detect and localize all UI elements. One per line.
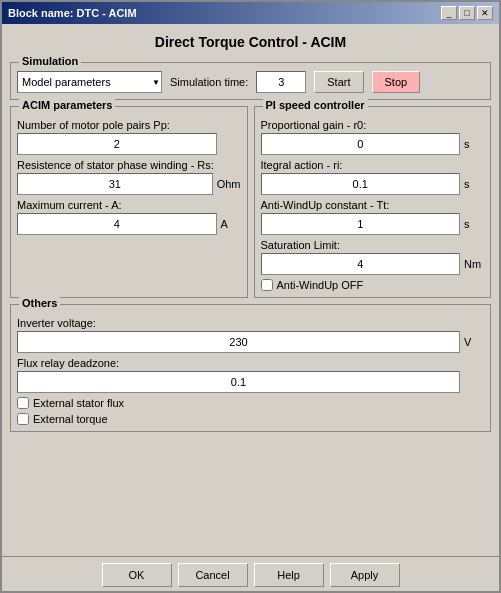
pi-field-input-3[interactable] bbox=[261, 253, 461, 275]
acim-field-input-2[interactable] bbox=[17, 213, 217, 235]
acim-field-unit-1: Ohm bbox=[217, 178, 241, 190]
pi-field-unit-1: s bbox=[464, 178, 484, 190]
page-title: Direct Torque Control - ACIM bbox=[10, 30, 491, 56]
simulation-group-label: Simulation bbox=[19, 55, 81, 67]
anti-windup-row: Anti-WindUp OFF bbox=[261, 279, 485, 291]
bottom-buttons: OK Cancel Help Apply bbox=[2, 556, 499, 591]
help-button[interactable]: Help bbox=[254, 563, 324, 587]
cancel-button[interactable]: Cancel bbox=[178, 563, 248, 587]
anti-windup-label: Anti-WindUp OFF bbox=[277, 279, 364, 291]
window-content: Direct Torque Control - ACIM Simulation … bbox=[2, 24, 499, 556]
others-content: Inverter voltage: V Flux relay deadzone:… bbox=[17, 309, 484, 425]
others-field-unit-0: V bbox=[464, 336, 484, 348]
pi-field-input-2[interactable] bbox=[261, 213, 461, 235]
start-button[interactable]: Start bbox=[314, 71, 363, 93]
maximize-button[interactable]: □ bbox=[459, 6, 475, 20]
acim-field-label-2: Maximum current - A: bbox=[17, 199, 241, 211]
minimize-button[interactable]: _ bbox=[441, 6, 457, 20]
pi-field-unit-2: s bbox=[464, 218, 484, 230]
others-group: Others Inverter voltage: V Flux relay de… bbox=[10, 304, 491, 432]
acim-field-input-1[interactable] bbox=[17, 173, 213, 195]
acim-field-label-0: Number of motor pole pairs Pp: bbox=[17, 119, 241, 131]
pi-controller-group: PI speed controller Proportional gain - … bbox=[254, 106, 492, 298]
simulation-row: Model parameters ▼ Simulation time: Star… bbox=[17, 67, 484, 93]
acim-field-unit-2: A bbox=[221, 218, 241, 230]
simulation-group: Simulation Model parameters ▼ Simulation… bbox=[10, 62, 491, 100]
pi-field-label-1: Itegral action - ri: bbox=[261, 159, 485, 171]
others-field-row-0: V bbox=[17, 331, 484, 353]
model-dropdown-wrapper: Model parameters ▼ bbox=[17, 71, 162, 93]
pi-field-label-3: Saturation Limit: bbox=[261, 239, 485, 251]
ok-button[interactable]: OK bbox=[102, 563, 172, 587]
others-field-input-0[interactable] bbox=[17, 331, 460, 353]
acim-field-row-0 bbox=[17, 133, 241, 155]
pi-field-row-2: s bbox=[261, 213, 485, 235]
pi-field-unit-3: Nm bbox=[464, 258, 484, 270]
others-field-label-1: Flux relay deadzone: bbox=[17, 357, 484, 369]
pi-field-label-0: Proportional gain - r0: bbox=[261, 119, 485, 131]
apply-button[interactable]: Apply bbox=[330, 563, 400, 587]
pi-field-row-3: Nm bbox=[261, 253, 485, 275]
external-stator-row: External stator flux bbox=[17, 397, 484, 409]
external-stator-checkbox[interactable] bbox=[17, 397, 29, 409]
title-bar: Block name: DTC - ACIM _ □ ✕ bbox=[2, 2, 499, 24]
others-field-label-0: Inverter voltage: bbox=[17, 317, 484, 329]
pi-field-input-1[interactable] bbox=[261, 173, 461, 195]
model-dropdown[interactable]: Model parameters bbox=[17, 71, 162, 93]
pi-group-label: PI speed controller bbox=[263, 99, 368, 111]
others-group-label: Others bbox=[19, 297, 60, 309]
acim-field-label-1: Resistence of stator phase winding - Rs: bbox=[17, 159, 241, 171]
acim-field-row-2: A bbox=[17, 213, 241, 235]
title-bar-text: Block name: DTC - ACIM bbox=[8, 7, 137, 19]
others-field-input-1[interactable] bbox=[17, 371, 460, 393]
pi-field-label-2: Anti-WindUp constant - Tt: bbox=[261, 199, 485, 211]
external-torque-label: External torque bbox=[33, 413, 108, 425]
sim-time-input[interactable] bbox=[256, 71, 306, 93]
acim-group-label: ACIM parameters bbox=[19, 99, 115, 111]
external-torque-row: External torque bbox=[17, 413, 484, 425]
title-bar-buttons: _ □ ✕ bbox=[441, 6, 493, 20]
close-button[interactable]: ✕ bbox=[477, 6, 493, 20]
main-window: Block name: DTC - ACIM _ □ ✕ Direct Torq… bbox=[0, 0, 501, 593]
acim-fields: Number of motor pole pairs Pp: Resistenc… bbox=[17, 111, 241, 235]
pi-fields: Proportional gain - r0: s Itegral action… bbox=[261, 111, 485, 291]
params-row: ACIM parameters Number of motor pole pai… bbox=[10, 106, 491, 298]
acim-field-row-1: Ohm bbox=[17, 173, 241, 195]
pi-field-row-1: s bbox=[261, 173, 485, 195]
pi-field-input-0[interactable] bbox=[261, 133, 461, 155]
others-field-row-1 bbox=[17, 371, 484, 393]
sim-time-label: Simulation time: bbox=[170, 76, 248, 88]
anti-windup-checkbox[interactable] bbox=[261, 279, 273, 291]
others-fields: Inverter voltage: V Flux relay deadzone:… bbox=[17, 313, 484, 425]
stop-button[interactable]: Stop bbox=[372, 71, 421, 93]
external-torque-checkbox[interactable] bbox=[17, 413, 29, 425]
pi-field-unit-0: s bbox=[464, 138, 484, 150]
acim-params-group: ACIM parameters Number of motor pole pai… bbox=[10, 106, 248, 298]
external-stator-label: External stator flux bbox=[33, 397, 124, 409]
pi-field-row-0: s bbox=[261, 133, 485, 155]
acim-field-input-0[interactable] bbox=[17, 133, 217, 155]
